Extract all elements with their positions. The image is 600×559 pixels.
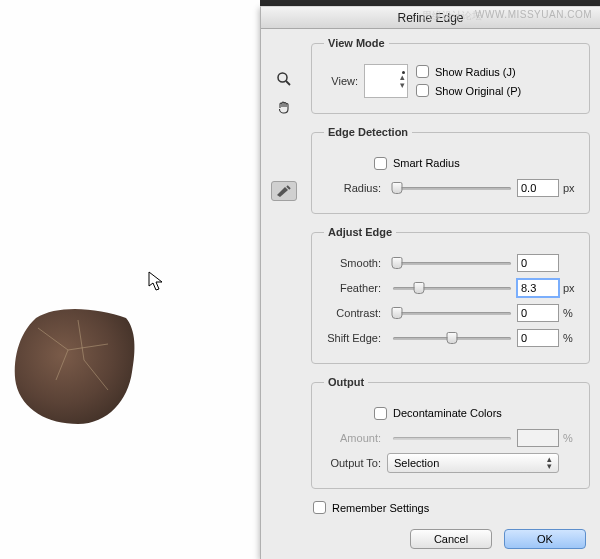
smart-radius-checkbox[interactable]: Smart Radius — [374, 157, 460, 170]
decontaminate-checkbox[interactable]: Decontaminate Colors — [374, 407, 502, 420]
magnifier-icon — [276, 71, 292, 87]
smooth-slider[interactable] — [393, 256, 511, 270]
feather-input[interactable] — [517, 279, 559, 297]
dropdown-arrows-icon: ▴▾ — [400, 73, 405, 89]
hand-icon — [276, 99, 292, 115]
svg-point-0 — [278, 73, 287, 82]
brush-icon — [275, 184, 293, 198]
amount-input — [517, 429, 559, 447]
refine-edge-dialog: Refine Edge View Mode View: ▴▾ — [260, 6, 600, 559]
cancel-button[interactable]: Cancel — [410, 529, 492, 549]
checkbox-icon — [313, 501, 326, 514]
watermark-cn: 思缘设计论坛 — [422, 9, 482, 23]
amount-unit: % — [563, 432, 579, 444]
refine-radius-tool[interactable] — [271, 181, 297, 201]
radius-label: Radius: — [324, 182, 387, 194]
remember-settings-checkbox[interactable]: Remember Settings — [313, 501, 590, 514]
checkbox-icon — [374, 407, 387, 420]
adjust-edge-group: Adjust Edge Smooth: Feather: px Contrast… — [311, 226, 590, 364]
feather-label: Feather: — [324, 282, 387, 294]
show-original-checkbox[interactable]: Show Original (P) — [416, 84, 521, 97]
checkbox-icon — [416, 84, 429, 97]
svg-line-1 — [286, 81, 290, 85]
smooth-input[interactable] — [517, 254, 559, 272]
output-to-label: Output To: — [324, 457, 387, 469]
radius-input[interactable] — [517, 179, 559, 197]
zoom-tool[interactable] — [271, 69, 297, 89]
toolbar — [271, 69, 299, 209]
show-radius-checkbox[interactable]: Show Radius (J) — [416, 65, 521, 78]
pan-tool[interactable] — [271, 97, 297, 117]
feather-unit: px — [563, 282, 579, 294]
decontaminate-label: Decontaminate Colors — [393, 407, 502, 419]
document-canvas — [0, 0, 260, 559]
output-to-value: Selection — [394, 457, 439, 469]
checkbox-icon — [416, 65, 429, 78]
radius-slider[interactable] — [393, 181, 511, 195]
view-mode-select[interactable]: ▴▾ — [364, 64, 408, 98]
show-original-label: Show Original (P) — [435, 85, 521, 97]
remember-settings-label: Remember Settings — [332, 502, 429, 514]
watermark-url: WWW.MISSYUAN.COM — [475, 9, 592, 20]
contrast-unit: % — [563, 307, 579, 319]
edge-detection-group: Edge Detection Smart Radius Radius: px — [311, 126, 590, 214]
output-group: Output Decontaminate Colors Amount: % Ou… — [311, 376, 590, 489]
output-to-select[interactable]: Selection ▴▾ — [387, 453, 559, 473]
contrast-slider[interactable] — [393, 306, 511, 320]
feather-slider[interactable] — [393, 281, 511, 295]
amount-slider — [393, 431, 511, 445]
rock-image — [8, 300, 148, 430]
output-legend: Output — [324, 376, 368, 388]
adjust-edge-legend: Adjust Edge — [324, 226, 396, 238]
shift-edge-slider[interactable] — [393, 331, 511, 345]
smart-radius-label: Smart Radius — [393, 157, 460, 169]
contrast-input[interactable] — [517, 304, 559, 322]
view-mode-group: View Mode View: ▴▾ Show Radius (J) — [311, 37, 590, 114]
dropdown-arrows-icon: ▴▾ — [547, 456, 552, 470]
amount-label: Amount: — [324, 432, 387, 444]
edge-detection-legend: Edge Detection — [324, 126, 412, 138]
show-radius-label: Show Radius (J) — [435, 66, 516, 78]
smooth-label: Smooth: — [324, 257, 387, 269]
radius-unit: px — [563, 182, 579, 194]
contrast-label: Contrast: — [324, 307, 387, 319]
checkbox-icon — [374, 157, 387, 170]
ok-button[interactable]: OK — [504, 529, 586, 549]
shift-edge-unit: % — [563, 332, 579, 344]
shift-edge-label: Shift Edge: — [324, 332, 387, 344]
view-mode-legend: View Mode — [324, 37, 389, 49]
dialog-footer: Cancel OK — [410, 529, 586, 549]
view-label: View: — [324, 75, 364, 87]
shift-edge-input[interactable] — [517, 329, 559, 347]
